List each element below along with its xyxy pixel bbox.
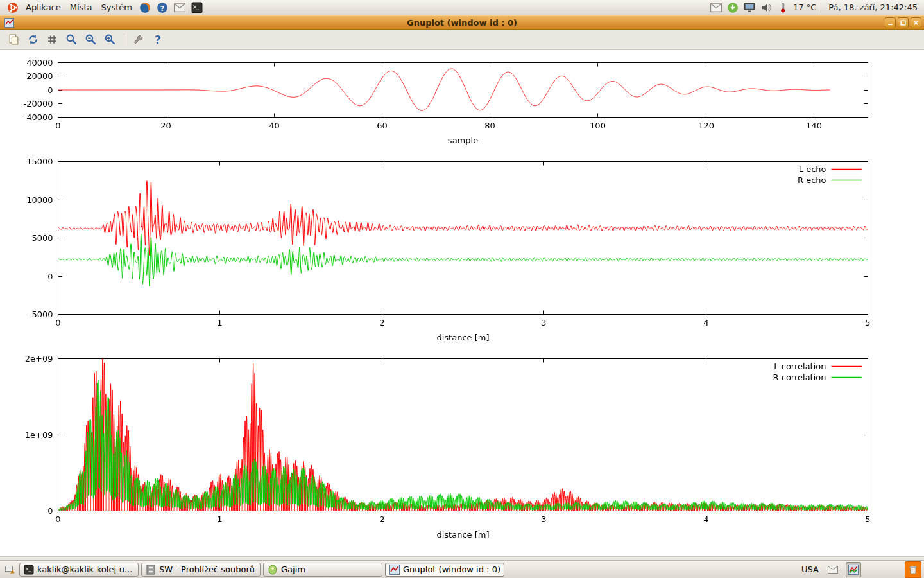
thermometer-icon [776, 1, 789, 13]
volume-icon[interactable] [760, 1, 772, 13]
close-button[interactable] [911, 17, 921, 28]
svg-text:?: ? [160, 4, 165, 12]
task-button-gajim[interactable]: Gajim [263, 563, 382, 577]
ubuntu-logo-icon[interactable] [6, 1, 19, 13]
system-tray: 17 °C Pá, 18. září, 21:42:45 [710, 1, 920, 13]
help-browser-icon[interactable]: ? [157, 1, 169, 13]
task-button-label: kaklik@kaklik-kolej-u... [37, 565, 132, 574]
help-icon: ? [155, 33, 161, 46]
taskbar-right: USA [800, 561, 921, 578]
task-button-label: Gnuplot (window id : 0) [403, 565, 500, 574]
gnuplot-toolbar: ? [0, 30, 924, 50]
mail-launcher-icon[interactable] [174, 1, 186, 13]
keyboard-layout-indicator[interactable]: USA [800, 565, 820, 574]
task-button-terminal[interactable]: kaklik@kaklik-kolej-u... [19, 563, 139, 577]
minimize-button[interactable] [885, 17, 896, 28]
help-button[interactable]: ? [150, 31, 166, 48]
configure-wrench-button[interactable] [130, 31, 147, 48]
toolbar-separator [124, 33, 124, 46]
autoscale-zoom-button[interactable] [101, 31, 118, 48]
chart-icon [848, 565, 859, 575]
task-button-file-browser[interactable]: SW - Prohlížeč souborů [141, 563, 261, 577]
menu-applications[interactable]: Aplikace [21, 1, 65, 13]
window-title: Gnuplot (window id : 0) [0, 18, 924, 28]
menu-system[interactable]: Systém [96, 1, 136, 13]
copy-to-clipboard-button[interactable] [5, 31, 22, 48]
mail-tray-button[interactable] [825, 562, 841, 577]
mail-notification-icon[interactable] [710, 1, 722, 13]
terminal-launcher-icon[interactable] [191, 1, 203, 13]
replot-refresh-button[interactable] [24, 31, 41, 48]
task-button-label: SW - Prohlížeč souborů [159, 565, 255, 574]
plot-area [0, 50, 924, 556]
zoom-next-button[interactable] [82, 31, 99, 48]
task-button-gnuplot[interactable]: Gnuplot (window id : 0) [385, 563, 504, 577]
top-panel: Aplikace Místa Systém ? 17 °C Pá, 18. zá… [0, 0, 924, 15]
gnuplot-icon [389, 565, 400, 575]
zoom-previous-button[interactable] [63, 31, 80, 48]
terminal-icon [24, 565, 34, 575]
task-button-label: Gajim [281, 565, 305, 574]
tray-separator [821, 3, 821, 13]
file-cabinet-icon [146, 565, 156, 575]
titlebar[interactable]: Gnuplot (window id : 0) [0, 15, 924, 30]
mail-icon [828, 565, 838, 575]
trash-icon [908, 565, 918, 575]
window-controls [885, 17, 921, 28]
toggle-grid-button[interactable] [44, 31, 60, 48]
gnuplot-window-icon [4, 18, 14, 28]
clock[interactable]: Pá, 18. září, 21:42:45 [826, 3, 920, 12]
taskbar: kaklik@kaklik-kolej-u... SW - Prohlížeč … [0, 560, 924, 578]
firefox-icon[interactable] [139, 1, 151, 13]
gnuplot-canvas[interactable] [0, 50, 924, 556]
temperature-readout[interactable]: 17 °C [793, 3, 816, 12]
maximize-button[interactable] [898, 17, 909, 28]
gajim-icon [268, 565, 278, 575]
show-desktop-icon[interactable] [3, 563, 17, 577]
update-manager-icon[interactable] [726, 1, 739, 13]
chart-tray-button[interactable] [846, 562, 861, 577]
gnuplot-window: Gnuplot (window id : 0) [0, 15, 924, 560]
menu-places[interactable]: Místa [65, 1, 97, 13]
display-settings-icon[interactable] [743, 1, 755, 13]
trash-button[interactable] [905, 561, 921, 578]
